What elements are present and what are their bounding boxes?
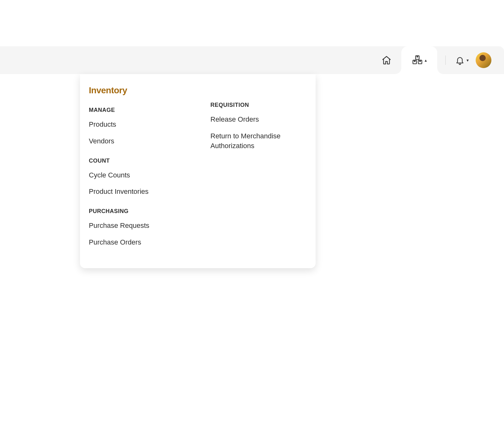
topbar: ▴ ▾ xyxy=(0,46,504,74)
section-header-requisition: REQUISITION xyxy=(210,102,307,108)
avatar[interactable] xyxy=(476,52,491,68)
menu-link-cycle-counts[interactable]: Cycle Counts xyxy=(89,170,185,180)
nav-notifications[interactable]: ▾ xyxy=(454,51,470,69)
menu-link-rma[interactable]: Return to Merchandise Authorizations xyxy=(210,131,307,151)
menu-link-product-inventories[interactable]: Product Inventories xyxy=(89,187,185,197)
topbar-divider xyxy=(445,55,446,65)
bell-icon xyxy=(455,55,465,65)
menu-link-purchase-requests[interactable]: Purchase Requests xyxy=(89,221,185,231)
menu-link-products[interactable]: Products xyxy=(89,120,185,130)
svg-rect-1 xyxy=(413,60,416,64)
nav-inventory[interactable]: ▴ xyxy=(401,46,437,74)
nav-home[interactable] xyxy=(377,51,396,69)
menu-link-release-orders[interactable]: Release Orders xyxy=(210,115,307,124)
dropdown-column-right: REQUISITION Release Orders Return to Mer… xyxy=(210,85,307,254)
home-icon xyxy=(381,55,392,65)
inventory-dropdown: Inventory MANAGE Products Vendors COUNT … xyxy=(80,74,316,268)
caret-up-icon: ▴ xyxy=(425,58,427,63)
dropdown-title: Inventory xyxy=(89,85,185,95)
svg-rect-2 xyxy=(418,60,421,64)
section-header-purchasing: PURCHASING xyxy=(89,208,185,215)
section-header-count: COUNT xyxy=(89,158,185,164)
svg-rect-0 xyxy=(415,56,419,59)
boxes-icon xyxy=(412,55,423,66)
dropdown-column-left: Inventory MANAGE Products Vendors COUNT … xyxy=(89,85,192,254)
caret-down-icon: ▾ xyxy=(467,58,469,63)
menu-link-purchase-orders[interactable]: Purchase Orders xyxy=(89,238,185,247)
section-header-manage: MANAGE xyxy=(89,107,185,113)
menu-link-vendors[interactable]: Vendors xyxy=(89,136,185,146)
